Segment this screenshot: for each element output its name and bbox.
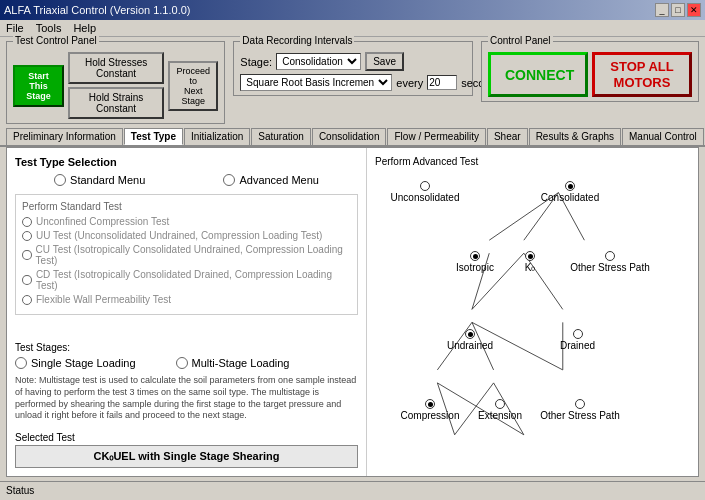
test-control-panel: Test Control Panel Start This Stage Hold… (6, 41, 225, 124)
node-label-isotropic: Isotropic (456, 262, 494, 273)
left-panel: Test Type Selection Standard Menu Advanc… (7, 148, 367, 476)
node-isotropic[interactable]: Isotropic (445, 251, 505, 273)
tab-saturation[interactable]: Saturation (251, 128, 311, 145)
tab-consolidation[interactable]: Consolidation (312, 128, 387, 145)
node-circle-consolidated (565, 181, 575, 191)
interval-select[interactable]: Square Root Basis Incremen Fixed Time Li… (240, 74, 392, 91)
selected-test-value: CK₀UEL with Single Stage Shearing (15, 445, 358, 468)
standard-menu-radio[interactable] (54, 174, 66, 186)
status-text: Status (6, 485, 34, 496)
test-radio-4 (22, 295, 32, 305)
tab-initialization[interactable]: Initialization (184, 128, 250, 145)
selected-test-label: Selected Test (15, 432, 358, 443)
start-stage-button[interactable]: Start This Stage (13, 65, 64, 107)
node-label-consolidated: Consolidated (541, 192, 599, 203)
status-bar: Status (0, 481, 705, 499)
control-panel-label: Control Panel (488, 35, 553, 46)
test-label-4: Flexible Wall Permeability Test (36, 294, 171, 305)
test-label-3: CD Test (Isotropically Consolidated Drai… (36, 269, 351, 291)
node-circle-unloading (533, 476, 543, 477)
save-button[interactable]: Save (365, 52, 404, 71)
test-label-2: CU Test (Isotropically Consolidated Undr… (36, 244, 351, 266)
node-consolidated[interactable]: Consolidated (530, 181, 610, 203)
tree-svg (375, 171, 690, 477)
menu-help[interactable]: Help (73, 22, 96, 34)
multi-stage-option[interactable]: Multi-Stage Loading (176, 357, 290, 369)
minimize-button[interactable]: _ (655, 3, 669, 17)
node-circle-extension (495, 399, 505, 409)
node-label-drained: Drained (560, 340, 595, 351)
node-unloading[interactable]: Unloading (505, 476, 570, 477)
every-input[interactable] (427, 75, 457, 90)
standard-menu-label: Standard Menu (70, 174, 145, 186)
test-stages-title: Test Stages: (15, 342, 358, 353)
stop-motors-button[interactable]: STOP ALL MOTORS (592, 52, 692, 97)
advanced-menu-radio[interactable] (223, 174, 235, 186)
control-panel: Control Panel CONNECT STOP ALL MOTORS (481, 41, 699, 102)
advanced-menu-option[interactable]: Advanced Menu (223, 174, 319, 186)
tab-preliminary[interactable]: Preliminary Information (6, 128, 123, 145)
node-loading[interactable]: Loading (425, 476, 485, 477)
tree-diagram: Unconsolidated Consolidated Isotropic (375, 171, 690, 477)
hold-strains-button[interactable]: Hold Strains Constant (68, 87, 164, 119)
connect-button[interactable]: CONNECT (488, 52, 588, 97)
node-undrained[interactable]: Undrained (435, 329, 505, 351)
tab-results[interactable]: Results & Graphs (529, 128, 621, 145)
node-compression[interactable]: Compression (390, 399, 470, 421)
proceed-button[interactable]: Proceed to Next Stage (168, 61, 218, 111)
node-circle-undrained (465, 329, 475, 339)
data-recording-label: Data Recording Intervals (240, 35, 354, 46)
test-type-section-title: Test Type Selection (15, 156, 358, 168)
node-circle-unconsolidated (420, 181, 430, 191)
close-button[interactable]: ✕ (687, 3, 701, 17)
test-label-0: Unconfined Compression Test (36, 216, 169, 227)
maximize-button[interactable]: □ (671, 3, 685, 17)
node-k0[interactable]: K₀ (515, 251, 545, 273)
tab-flow[interactable]: Flow / Permeability (387, 128, 485, 145)
node-extension[interactable]: Extension (470, 399, 530, 421)
single-stage-label: Single Stage Loading (31, 357, 136, 369)
test-radio-2 (22, 250, 32, 260)
menu-selection-row: Standard Menu Advanced Menu (15, 174, 358, 186)
menu-file[interactable]: File (6, 22, 24, 34)
standard-menu-option[interactable]: Standard Menu (54, 174, 145, 186)
perform-advanced-title: Perform Advanced Test (375, 156, 690, 167)
multi-stage-radio[interactable] (176, 357, 188, 369)
every-label: every (396, 77, 423, 89)
stage-select[interactable]: Consolidation Saturation Shear (276, 53, 361, 70)
stage-options: Single Stage Loading Multi-Stage Loading (15, 357, 358, 369)
selected-test-section: Selected Test CK₀UEL with Single Stage S… (15, 432, 358, 468)
tab-content: Test Type Selection Standard Menu Advanc… (6, 147, 699, 477)
test-control-label: Test Control Panel (13, 35, 99, 46)
test-option-1: UU Test (Unconsolidated Undrained, Compr… (22, 230, 351, 241)
node-circle-other-stress-2 (575, 399, 585, 409)
tab-testtype[interactable]: Test Type (124, 128, 183, 145)
note-text: Note: Multistage test is used to calcula… (15, 375, 358, 422)
test-radio-0 (22, 217, 32, 227)
tab-shear[interactable]: Shear (487, 128, 528, 145)
title-text: ALFA Triaxial Control (Version 1.1.0.0) (4, 4, 190, 16)
node-label-k0: K₀ (525, 262, 536, 273)
node-other-stress-2[interactable]: Other Stress Path (535, 399, 625, 421)
menu-tools[interactable]: Tools (36, 22, 62, 34)
test-label-1: UU Test (Unconsolidated Undrained, Compr… (36, 230, 322, 241)
test-option-4: Flexible Wall Permeability Test (22, 294, 351, 305)
right-panel: Perform Advanced Test (367, 148, 698, 476)
hold-stresses-button[interactable]: Hold Stresses Constant (68, 52, 164, 84)
single-stage-option[interactable]: Single Stage Loading (15, 357, 136, 369)
test-radio-3 (22, 275, 32, 285)
node-drained[interactable]: Drained (550, 329, 605, 351)
standard-tests-box: Perform Standard Test Unconfined Compres… (15, 194, 358, 315)
node-circle-drained (573, 329, 583, 339)
node-label-undrained: Undrained (447, 340, 493, 351)
node-other-stress-1[interactable]: Other Stress Path (565, 251, 655, 273)
single-stage-radio[interactable] (15, 357, 27, 369)
node-circle-k0 (525, 251, 535, 261)
node-label-unconsolidated: Unconsolidated (391, 192, 460, 203)
tab-manual[interactable]: Manual Control (622, 128, 704, 145)
node-label-compression: Compression (401, 410, 460, 421)
node-unconsolidated[interactable]: Unconsolidated (385, 181, 465, 203)
tabs-row: Preliminary Information Test Type Initia… (0, 128, 705, 147)
node-label-other-stress-1: Other Stress Path (570, 262, 649, 273)
test-stages: Test Stages: Single Stage Loading Multi-… (15, 342, 358, 428)
